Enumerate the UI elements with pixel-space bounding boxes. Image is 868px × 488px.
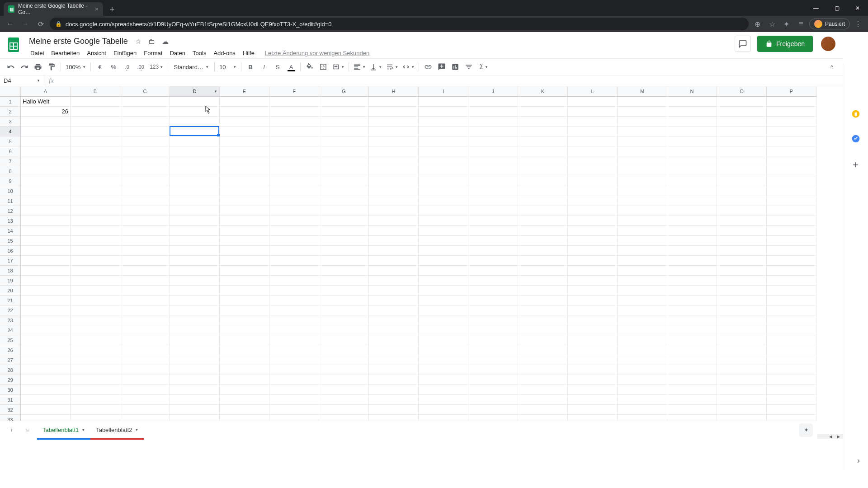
row-header-16[interactable]: 16: [0, 246, 21, 256]
cell-J13[interactable]: [468, 216, 518, 226]
cell-J18[interactable]: [468, 266, 518, 276]
cell-K14[interactable]: [518, 226, 568, 236]
cell-C21[interactable]: [120, 296, 170, 305]
cell-C20[interactable]: [120, 286, 170, 296]
cell-M6[interactable]: [618, 146, 667, 156]
cell-E31[interactable]: [220, 395, 269, 405]
cell-I6[interactable]: [419, 146, 468, 156]
cell-I16[interactable]: [419, 246, 468, 256]
cell-F20[interactable]: [269, 286, 319, 296]
cell-P25[interactable]: [767, 335, 816, 345]
functions-button[interactable]: Σ▼: [476, 61, 491, 73]
cell-K32[interactable]: [518, 405, 568, 415]
cell-M26[interactable]: [618, 345, 667, 355]
cell-E7[interactable]: [220, 156, 269, 166]
cell-C28[interactable]: [120, 365, 170, 375]
cell-L22[interactable]: [568, 305, 618, 315]
cell-P31[interactable]: [767, 395, 816, 405]
last-edit-text[interactable]: Letzte Änderung vor wenigen Sekunden: [265, 50, 369, 56]
cell-I24[interactable]: [419, 325, 468, 335]
row-header-20[interactable]: 20: [0, 286, 21, 296]
cell-B26[interactable]: [71, 345, 120, 355]
cell-J2[interactable]: [468, 107, 518, 117]
cell-B16[interactable]: [71, 246, 120, 256]
cell-G28[interactable]: [319, 365, 369, 375]
cell-A9[interactable]: [21, 176, 71, 186]
cell-I20[interactable]: [419, 286, 468, 296]
cell-G6[interactable]: [319, 146, 369, 156]
bookmark-star-icon[interactable]: ☆: [766, 18, 778, 30]
cell-A25[interactable]: [21, 335, 71, 345]
cell-B5[interactable]: [71, 136, 120, 146]
row-header-23[interactable]: 23: [0, 315, 21, 325]
cell-E16[interactable]: [220, 246, 269, 256]
cell-F13[interactable]: [269, 216, 319, 226]
cell-C10[interactable]: [120, 186, 170, 196]
cell-E25[interactable]: [220, 335, 269, 345]
column-header-P[interactable]: P▼: [767, 86, 816, 97]
cell-L26[interactable]: [568, 345, 618, 355]
cell-A28[interactable]: [21, 365, 71, 375]
maximize-button[interactable]: ▢: [826, 0, 847, 16]
row-header-19[interactable]: 19: [0, 276, 21, 286]
cell-J9[interactable]: [468, 176, 518, 186]
cell-N13[interactable]: [667, 216, 717, 226]
cell-C29[interactable]: [120, 375, 170, 385]
cell-D29[interactable]: [170, 375, 220, 385]
cell-D22[interactable]: [170, 305, 220, 315]
cell-F1[interactable]: [269, 97, 319, 107]
cell-D12[interactable]: [170, 206, 220, 216]
cell-F23[interactable]: [269, 315, 319, 325]
row-header-10[interactable]: 10: [0, 186, 21, 196]
cell-J27[interactable]: [468, 355, 518, 365]
cell-H8[interactable]: [369, 166, 419, 176]
cell-D20[interactable]: [170, 286, 220, 296]
cell-J7[interactable]: [468, 156, 518, 166]
cell-D24[interactable]: [170, 325, 220, 335]
cell-C18[interactable]: [120, 266, 170, 276]
cell-F15[interactable]: [269, 236, 319, 246]
cell-J24[interactable]: [468, 325, 518, 335]
menu-format[interactable]: Format: [141, 48, 165, 58]
cell-I12[interactable]: [419, 206, 468, 216]
chrome-menu-icon[interactable]: ⋮: [852, 18, 864, 30]
cell-D11[interactable]: [170, 196, 220, 206]
cell-D6[interactable]: [170, 146, 220, 156]
cell-M2[interactable]: [618, 107, 667, 117]
cell-J23[interactable]: [468, 315, 518, 325]
cell-N4[interactable]: [667, 127, 717, 136]
cell-I32[interactable]: [419, 405, 468, 415]
cell-J4[interactable]: [468, 127, 518, 136]
column-header-L[interactable]: L▼: [568, 86, 618, 97]
cell-G4[interactable]: [319, 127, 369, 136]
cell-G19[interactable]: [319, 276, 369, 286]
cell-C15[interactable]: [120, 236, 170, 246]
cell-N15[interactable]: [667, 236, 717, 246]
cell-B17[interactable]: [71, 256, 120, 266]
cell-F22[interactable]: [269, 305, 319, 315]
cell-N19[interactable]: [667, 276, 717, 286]
cell-L10[interactable]: [568, 186, 618, 196]
cell-J6[interactable]: [468, 146, 518, 156]
cell-M8[interactable]: [618, 166, 667, 176]
cell-P2[interactable]: [767, 107, 816, 117]
new-tab-button[interactable]: +: [106, 3, 118, 16]
cell-D13[interactable]: [170, 216, 220, 226]
cell-B30[interactable]: [71, 385, 120, 395]
cell-N22[interactable]: [667, 305, 717, 315]
cell-M15[interactable]: [618, 236, 667, 246]
row-header-1[interactable]: 1: [0, 97, 21, 107]
row-header-18[interactable]: 18: [0, 266, 21, 276]
cell-D19[interactable]: [170, 276, 220, 286]
cell-A18[interactable]: [21, 266, 71, 276]
cell-L27[interactable]: [568, 355, 618, 365]
cell-F7[interactable]: [269, 156, 319, 166]
cell-L14[interactable]: [568, 226, 618, 236]
cell-A30[interactable]: [21, 385, 71, 395]
cell-G16[interactable]: [319, 246, 369, 256]
cell-D26[interactable]: [170, 345, 220, 355]
cell-G18[interactable]: [319, 266, 369, 276]
cell-H4[interactable]: [369, 127, 419, 136]
cell-M12[interactable]: [618, 206, 667, 216]
cell-P27[interactable]: [767, 355, 816, 365]
